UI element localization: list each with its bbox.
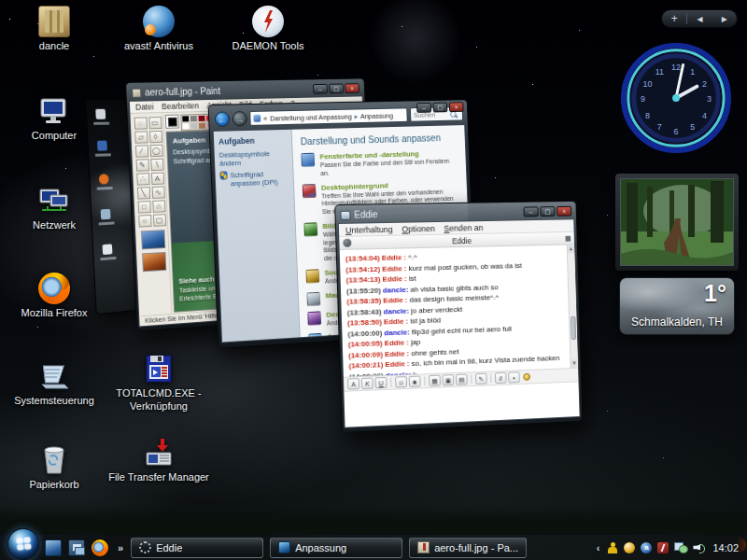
- close-button[interactable]: ×: [449, 102, 464, 112]
- tray-chevron-icon[interactable]: ‹: [597, 542, 600, 553]
- menu-optionen[interactable]: Optionen: [402, 224, 435, 234]
- taskbar-button-paint[interactable]: aero-full.jpg - Pa...: [409, 538, 527, 558]
- close-button[interactable]: ×: [345, 83, 359, 93]
- taskbar: » Eddie Anpassung aero-full.jpg - Pa... …: [0, 534, 747, 560]
- scroll-up-icon[interactable]: ▲: [568, 245, 575, 253]
- taskbar-button-anpassung[interactable]: Anpassung: [270, 538, 402, 558]
- desktop-icon-dancle[interactable]: dancle: [2, 6, 106, 51]
- sidebar-link-schriftgrad[interactable]: Schriftgrad anpassen (DPI): [219, 169, 289, 188]
- volume-tray-icon[interactable]: [693, 542, 705, 553]
- status-dot-icon[interactable]: [523, 373, 530, 381]
- maximize-button[interactable]: ▢: [540, 206, 555, 217]
- icon-label: TOTALCMD.EXE - Verknüpfung: [106, 387, 211, 413]
- maximize-button[interactable]: ▢: [329, 84, 344, 94]
- ellipse-tool[interactable]: ○: [138, 215, 151, 228]
- scrollbar[interactable]: ▲ ▼: [567, 245, 578, 368]
- rect-tool[interactable]: □: [137, 201, 150, 214]
- select-tool[interactable]: ▭: [148, 117, 162, 129]
- sidebar-link-desktopsymbole[interactable]: Desktopsymbole ändern: [219, 149, 289, 168]
- network-tray-icon[interactable]: [674, 542, 687, 553]
- attachment-icon[interactable]: ∂: [495, 372, 507, 384]
- mini-icon: [103, 244, 113, 255]
- add-gadget-button[interactable]: +: [662, 10, 686, 27]
- chat-app-icon: [340, 210, 350, 219]
- item-fensterfarbe[interactable]: Fensterfarbe und -darstellungPassen Sie …: [301, 148, 458, 178]
- back-button[interactable]: ←: [215, 112, 230, 127]
- messenger-contact-icon[interactable]: [607, 542, 618, 553]
- menu-unterhaltung[interactable]: Unterhaltung: [345, 224, 393, 234]
- save-icon[interactable]: ▪: [508, 371, 520, 383]
- desktop-icon-daemon-tools[interactable]: DAEMON Tools: [216, 6, 320, 51]
- eraser-tool[interactable]: ▱: [134, 131, 148, 143]
- desktop: dancle avast! Antivirus DAEMON Tools Com…: [0, 0, 747, 560]
- text-tool[interactable]: A: [150, 173, 163, 185]
- close-button[interactable]: ×: [557, 206, 571, 217]
- daemon-tools-tray-icon[interactable]: [657, 542, 669, 553]
- bold-icon[interactable]: A: [347, 378, 359, 389]
- pin-icon[interactable]: [565, 235, 571, 241]
- desktop-icon-papierkorb[interactable]: Papierkorb: [2, 444, 106, 490]
- desktop-icon-systemsteuerung[interactable]: Systemsteuerung: [2, 360, 106, 406]
- menu-bearbeiten[interactable]: Bearbeiten: [162, 101, 199, 112]
- taskbar-button-eddie[interactable]: Eddie: [131, 538, 263, 558]
- screen-icon[interactable]: ▤: [456, 373, 468, 385]
- photo-gadget[interactable]: [615, 174, 739, 271]
- weather-gadget[interactable]: 1° Schmalkalden, TH: [619, 277, 735, 335]
- chat-window[interactable]: Eddie – ▢ × Unterhaltung Optionen Senden…: [334, 201, 583, 433]
- maximize-button[interactable]: ▢: [432, 103, 447, 113]
- breadcrumb-current[interactable]: Anpassung: [360, 111, 393, 120]
- nudge-pen-icon[interactable]: ✎: [475, 373, 487, 385]
- prev-gadget-button[interactable]: ◂: [687, 10, 712, 27]
- icon-label: File Transfer Manager: [106, 471, 211, 484]
- free-select-tool[interactable]: ◌: [134, 117, 147, 129]
- picker-tool[interactable]: ∕: [134, 145, 148, 157]
- desktop-icon-totalcmd[interactable]: TOTALCMD.EXE - Verknüpfung: [106, 353, 211, 413]
- polygon-tool[interactable]: ⌂: [152, 200, 165, 213]
- rounded-rect-tool[interactable]: ▢: [152, 214, 165, 227]
- breadcrumb-prefix[interactable]: «: [263, 114, 267, 122]
- next-gadget-button[interactable]: ▸: [712, 10, 737, 27]
- desktop-icon-avast[interactable]: avast! Antivirus: [106, 6, 211, 51]
- italic-icon[interactable]: K: [361, 378, 374, 389]
- curve-tool[interactable]: ∿: [151, 186, 164, 198]
- minimize-button[interactable]: –: [313, 84, 328, 94]
- mini-icon: [101, 209, 111, 220]
- breadcrumb-root[interactable]: Darstellung und Anpassung: [270, 112, 352, 122]
- wink-emoticon-icon[interactable]: ☻: [409, 375, 421, 386]
- clock-gadget[interactable]: 123 456 789 101112: [619, 41, 733, 155]
- photo-icon[interactable]: ▣: [442, 374, 454, 385]
- scroll-down-icon[interactable]: ▼: [571, 359, 578, 368]
- messenger-status-icon[interactable]: [624, 542, 635, 553]
- current-color-box: [165, 115, 179, 129]
- firefox-quicklaunch-icon[interactable]: [92, 539, 108, 556]
- line-tool[interactable]: ╲: [136, 187, 149, 200]
- menu-datei[interactable]: Datei: [135, 102, 154, 112]
- tasks-sidebar: Aufgaben Desktopsymbole ändern Schriftgr…: [214, 130, 301, 343]
- desktop-icon-file-transfer[interactable]: File Transfer Manager: [106, 437, 211, 484]
- desktop-icon-firefox[interactable]: Mozilla Firefox: [2, 273, 106, 318]
- forward-button[interactable]: →: [233, 111, 247, 126]
- flip3d-icon[interactable]: [68, 539, 85, 556]
- screensaver-icon: [303, 222, 317, 236]
- airbrush-tool[interactable]: ∴: [136, 173, 149, 186]
- taskbar-clock[interactable]: 14:02: [712, 542, 739, 553]
- avast-tray-icon[interactable]: a: [641, 542, 652, 553]
- start-button[interactable]: [7, 528, 39, 560]
- minimize-button[interactable]: –: [416, 103, 431, 113]
- mini-label: [99, 221, 115, 225]
- address-bar[interactable]: « Darstellung und Anpassung ▸ Anpassung: [249, 107, 408, 126]
- menu-senden-an[interactable]: Senden an: [444, 223, 483, 233]
- fill-tool[interactable]: ◊: [148, 131, 162, 143]
- minimize-button[interactable]: –: [523, 206, 538, 217]
- show-desktop-icon[interactable]: [45, 539, 62, 556]
- image-icon[interactable]: ▦: [429, 375, 441, 386]
- emoticon-icon[interactable]: ☺: [395, 376, 407, 387]
- scrollbar-thumb[interactable]: [571, 316, 576, 340]
- underline-icon[interactable]: U: [375, 377, 388, 388]
- network-icon: [38, 185, 70, 217]
- mini-icon: [97, 141, 107, 151]
- quicklaunch-overflow-icon[interactable]: »: [118, 542, 123, 553]
- pencil-tool[interactable]: ✎: [135, 159, 148, 171]
- zoom-tool[interactable]: ◯: [149, 145, 162, 157]
- brush-tool[interactable]: ∖: [150, 159, 163, 171]
